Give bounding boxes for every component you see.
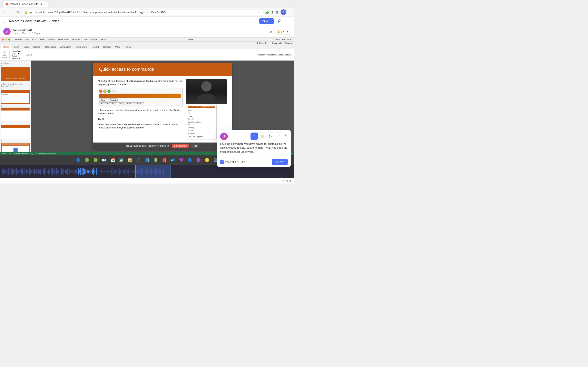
fyi-label: FYI bbox=[281, 30, 285, 33]
save-btn: Save bbox=[99, 99, 107, 102]
tab-transitions[interactable]: Transitions bbox=[43, 45, 58, 49]
dock-powerpoint[interactable]: 📕 bbox=[160, 156, 168, 164]
more-options-icon[interactable]: ··· bbox=[288, 19, 291, 23]
dock-calendar[interactable]: 📅 bbox=[109, 156, 116, 164]
help-menu-mac[interactable]: Help bbox=[101, 38, 106, 41]
panel-close-btn[interactable]: ✕ bbox=[283, 133, 288, 140]
record-button[interactable]: Record bbox=[257, 42, 266, 44]
dock-chrome[interactable]: 🟢 bbox=[83, 156, 91, 164]
dock-slack[interactable]: 🟣 bbox=[195, 156, 202, 164]
slide-thumb-1[interactable]: 1 Welcome to PowerPoint for Mac bbox=[1, 65, 30, 81]
slide-preview-5[interactable] bbox=[1, 142, 30, 152]
tab-review[interactable]: Review bbox=[101, 45, 113, 49]
dock-maps[interactable]: 🗺️ bbox=[118, 156, 125, 164]
slide-preview-4[interactable] bbox=[1, 125, 30, 139]
profile-icon[interactable]: ⊞ bbox=[276, 10, 278, 14]
back-button[interactable]: ← bbox=[2, 9, 7, 15]
comments-ribbon-btn[interactable]: 💬 Comments bbox=[269, 42, 282, 44]
sharefill-btn[interactable]: Shape Fill ▾ bbox=[267, 54, 276, 56]
tab-draw[interactable]: Draw bbox=[22, 45, 31, 49]
history-menu[interactable]: History bbox=[48, 38, 54, 41]
expand-icon[interactable]: » bbox=[270, 30, 272, 34]
tab-close-button[interactable]: ✕ bbox=[43, 3, 45, 6]
dock-music[interactable]: 🎵 bbox=[135, 156, 142, 164]
post-button[interactable]: ✉ Post bbox=[272, 159, 288, 165]
chrome-menu[interactable]: Chrome bbox=[14, 38, 22, 41]
slide-preview-2[interactable]: Quick access bbox=[1, 90, 30, 104]
tab-record[interactable]: Record bbox=[90, 45, 101, 49]
slide-thumb-4[interactable]: 4 bbox=[1, 123, 30, 139]
dock-bubbles[interactable]: 🟡 bbox=[203, 156, 211, 164]
tab-insert[interactable]: Insert bbox=[11, 45, 21, 49]
dock-word[interactable]: 📘 bbox=[143, 156, 151, 164]
reply-tool-btn[interactable]: ↩ bbox=[275, 133, 282, 140]
font-select[interactable]: Arial bbox=[26, 54, 30, 56]
section-commands: ▾ Commands, Comments, Teamwork, S... bbox=[1, 82, 30, 87]
insert-at-checkbox[interactable]: ✓ Insert at 0:23 - 0:28 bbox=[220, 160, 246, 164]
tab-animations[interactable]: Animations bbox=[58, 45, 73, 49]
ppt-sidebar: ▾ Welcome 1 Welcome to PowerPoint for Ma… bbox=[0, 60, 31, 152]
slide-thumb-2[interactable]: 2 Quick access bbox=[1, 87, 30, 104]
app-menu-icon[interactable]: ☰ bbox=[3, 19, 7, 24]
refresh-button[interactable]: ↻ bbox=[16, 9, 20, 15]
panel-icons: T ⬜ ▷ ↩ ✕ bbox=[251, 133, 288, 140]
download-icon[interactable]: ⬇ bbox=[271, 10, 274, 14]
slide-thumb-5[interactable]: 5 bbox=[1, 140, 30, 152]
view-menu[interactable]: View bbox=[39, 38, 44, 41]
stop-sharing-button[interactable]: Stop sharing bbox=[172, 144, 189, 148]
screen-tool-btn[interactable]: ⬜ bbox=[259, 133, 266, 140]
dock-teams[interactable]: 💜 bbox=[178, 156, 185, 164]
paste-tool[interactable]: 📋 Paste bbox=[2, 51, 7, 58]
active-tab[interactable]: Record a PowerPoint with Bu ✕ bbox=[2, 1, 48, 7]
bookmarks-menu[interactable]: Bookmarks bbox=[58, 38, 69, 41]
video-tool-btn[interactable]: ▷ bbox=[267, 133, 274, 140]
edit-menu[interactable]: Edit bbox=[32, 38, 36, 41]
dock-finder[interactable]: 🔵 bbox=[75, 156, 82, 164]
tab-tellme[interactable]: Tell me bbox=[122, 45, 134, 49]
fyi-button[interactable]: 🔔 FYI ▾ bbox=[274, 29, 291, 34]
help-icon[interactable]: ? bbox=[283, 19, 285, 23]
forward-button[interactable]: → bbox=[9, 9, 14, 15]
hide-button[interactable]: Hide bbox=[191, 144, 199, 148]
section-btn[interactable]: Section ▾ bbox=[12, 58, 21, 59]
slide-preview-3[interactable] bbox=[1, 108, 30, 121]
share-ribbon-btn[interactable]: Share ▾ bbox=[285, 42, 292, 44]
tab-menu[interactable]: Tab bbox=[83, 38, 87, 41]
dock-messages[interactable]: 🟢 bbox=[92, 156, 99, 164]
tab-view[interactable]: View bbox=[113, 45, 122, 49]
dropdown-item-undo: ✓ Undo bbox=[188, 129, 215, 132]
menu-icon-browser[interactable]: ⋮ bbox=[288, 10, 292, 14]
link-icon[interactable]: 🔗 bbox=[276, 19, 281, 24]
profiles-menu[interactable]: Profiles bbox=[72, 38, 80, 41]
slide-preview-1[interactable]: Welcome to PowerPoint for Mac bbox=[1, 67, 30, 81]
slide-thumb-3[interactable]: 3 bbox=[1, 105, 30, 121]
font-size[interactable]: 24 bbox=[31, 54, 34, 56]
new-tab-button[interactable]: + bbox=[49, 1, 55, 7]
text-tool-btn[interactable]: T bbox=[251, 133, 258, 140]
window-menu[interactable]: Window bbox=[90, 38, 98, 41]
tab-design[interactable]: Design bbox=[31, 45, 43, 49]
content-left: At the top of your document, the Quick A… bbox=[98, 79, 183, 132]
open-create-btn: Open or Create Files bbox=[99, 102, 117, 105]
checkbox-icon: ✓ bbox=[220, 160, 224, 164]
file-menu[interactable]: File bbox=[26, 38, 29, 41]
dock-mail[interactable]: 📧 bbox=[100, 156, 108, 164]
layout-btn[interactable]: Layout ▾ bbox=[12, 53, 21, 55]
addins-btn[interactable]: Add-ins bbox=[277, 54, 284, 56]
waveform-selection[interactable] bbox=[135, 165, 171, 178]
address-bar[interactable]: 🔒 app.usebubbles.com/eZ565gWTwr7RRcAdhkZ… bbox=[21, 9, 263, 15]
designer-btn[interactable]: Designer bbox=[285, 54, 292, 56]
extensions-icon[interactable]: 🧩 bbox=[265, 10, 269, 14]
dock-zoom[interactable]: 🔵 bbox=[186, 156, 194, 164]
tab-slideshow[interactable]: Slide Show bbox=[74, 45, 89, 49]
new-slide-btn[interactable]: New Slides bbox=[12, 50, 21, 52]
dock-photos[interactable]: 🖼️ bbox=[126, 156, 134, 164]
dock-excel[interactable]: 📗 bbox=[152, 156, 159, 164]
user-avatar-browser[interactable]: J bbox=[281, 9, 286, 15]
share-button[interactable]: Share bbox=[259, 18, 274, 24]
dock-outlook[interactable]: 📬 bbox=[169, 156, 176, 164]
shapes-btn[interactable]: Shapes ▾ bbox=[258, 54, 265, 56]
tab-home[interactable]: Home bbox=[1, 45, 11, 49]
reset-btn[interactable]: Reset bbox=[12, 55, 21, 57]
browser-expand-icon[interactable]: ⌄ bbox=[289, 2, 292, 6]
